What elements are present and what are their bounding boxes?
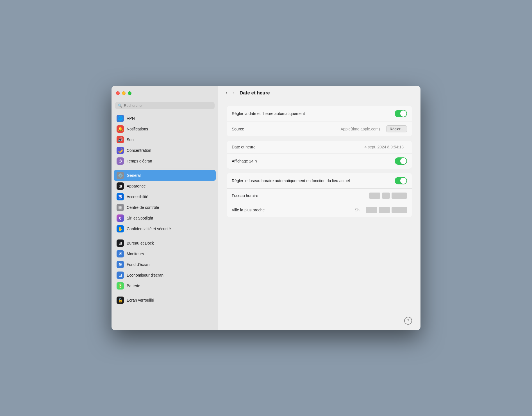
- sidebar-item-vpn[interactable]: 🌐VPN: [114, 113, 216, 124]
- auto-toggle[interactable]: [395, 110, 407, 117]
- sidebar-item-fond-ecran[interactable]: ❋Fond d'écran: [114, 259, 216, 270]
- search-icon: 🔍: [118, 103, 122, 108]
- fuseau-auto-row: Régler le fuseau horaire automatiquement…: [227, 173, 412, 189]
- bureau-icon: ⊞: [117, 239, 124, 247]
- confidentialite-icon: ✋: [117, 225, 124, 232]
- ville-right: Sh: [355, 207, 407, 213]
- sidebar-item-label-centre-controle: Centre de contrôle: [127, 205, 159, 210]
- sidebar-item-label-notifications: Notifications: [127, 127, 148, 131]
- ville-value: Sh: [355, 208, 360, 212]
- fuseau-box-3: [392, 193, 407, 199]
- search-bar[interactable]: 🔍: [115, 102, 215, 109]
- auto-section: Régler la date et l'heure automatiquemen…: [227, 106, 412, 136]
- regler-button[interactable]: Régler...: [386, 125, 407, 132]
- main-content: Régler la date et l'heure automatiquemen…: [218, 100, 420, 330]
- fuseau-box-2: [382, 193, 390, 199]
- ville-placeholder: [366, 207, 407, 213]
- sidebar-item-label-confidentialite: Confidentialité et sécurité: [127, 227, 171, 231]
- sidebar-item-label-temps-ecran: Temps d'écran: [127, 159, 152, 163]
- siri-icon: 🎙: [117, 214, 124, 222]
- vpn-icon: 🌐: [117, 115, 124, 122]
- fuseau-box-1: [369, 193, 380, 199]
- sidebar-item-temps-ecran[interactable]: ⏱Temps d'écran: [114, 156, 216, 166]
- datetime-section: Date et heure 4 sept. 2024 à 9:54:13 Aff…: [227, 141, 412, 169]
- fond-ecran-icon: ❋: [117, 261, 124, 268]
- fuseau-auto-label: Régler le fuseau horaire automatiquement…: [232, 178, 350, 183]
- sidebar-item-confidentialite[interactable]: ✋Confidentialité et sécurité: [114, 223, 216, 234]
- main-titlebar: ‹ › Date et heure: [218, 86, 420, 100]
- sidebar-item-label-accessibilite: Accessibilité: [127, 195, 148, 199]
- auto-toggle-label: Régler la date et l'heure automatiquemen…: [232, 111, 305, 116]
- general-icon: ⚙️: [117, 172, 124, 179]
- sidebar-item-notifications[interactable]: 🔔Notifications: [114, 124, 216, 134]
- page-title: Date et heure: [240, 90, 270, 96]
- fuseau-horaire-row: Fuseau horaire: [227, 189, 412, 203]
- timezone-section: Régler le fuseau horaire automatiquement…: [227, 173, 412, 217]
- source-value: Apple(time.apple.com): [341, 127, 380, 131]
- sidebar-item-accessibilite[interactable]: ♿Accessibilité: [114, 191, 216, 202]
- sidebar-item-label-apparence: Apparence: [127, 184, 146, 188]
- affichage-24h-toggle[interactable]: [395, 157, 407, 165]
- batterie-icon: 🔋: [117, 282, 124, 290]
- ville-box-3: [392, 207, 407, 213]
- sidebar-divider: [117, 236, 212, 236]
- forward-button[interactable]: ›: [231, 89, 236, 96]
- source-row: Source Apple(time.apple.com) Régler...: [227, 121, 412, 136]
- sidebar-item-bureau[interactable]: ⊞Bureau et Dock: [114, 238, 216, 248]
- date-heure-value: 4 sept. 2024 à 9:54:13: [365, 145, 404, 149]
- sidebar-item-concentration[interactable]: 🌙Concentration: [114, 145, 216, 156]
- accessibilite-icon: ♿: [117, 193, 124, 200]
- sidebar-item-economiseur[interactable]: ⊡Économiseur d'écran: [114, 270, 216, 281]
- notifications-icon: 🔔: [117, 125, 124, 133]
- sidebar-item-label-concentration: Concentration: [127, 148, 151, 153]
- centre-controle-icon: ▦: [117, 204, 124, 211]
- sidebar-item-apparence[interactable]: ◑Apparence: [114, 181, 216, 191]
- sidebar-item-ecran-verrouille[interactable]: 🔒Écran verrouillé: [114, 295, 216, 306]
- sidebar-item-centre-controle[interactable]: ▦Centre de contrôle: [114, 202, 216, 213]
- sidebar-item-label-bureau: Bureau et Dock: [127, 241, 154, 245]
- sidebar-item-label-son: Son: [127, 137, 134, 142]
- minimize-button[interactable]: [122, 91, 126, 95]
- apparence-icon: ◑: [117, 182, 124, 190]
- ville-label: Ville la plus proche: [232, 208, 265, 212]
- fuseau-horaire-label: Fuseau horaire: [232, 193, 258, 198]
- help-button[interactable]: ?: [404, 317, 412, 325]
- close-button[interactable]: [116, 91, 120, 95]
- sidebar-divider: [117, 168, 212, 168]
- sidebar: 🔍 🌐VPN🔔Notifications🔊Son🌙Concentration⏱T…: [112, 86, 218, 330]
- ville-box-2: [379, 207, 390, 213]
- temps-ecran-icon: ⏱: [117, 157, 124, 165]
- affichage-24h-label: Affichage 24 h: [232, 159, 257, 163]
- sidebar-item-label-economiseur: Économiseur d'écran: [127, 273, 163, 277]
- fuseau-auto-toggle[interactable]: [395, 177, 407, 184]
- sidebar-item-son[interactable]: 🔊Son: [114, 134, 216, 145]
- date-heure-label: Date et heure: [232, 145, 256, 149]
- back-button[interactable]: ‹: [224, 89, 229, 96]
- ville-row: Ville la plus proche Sh: [227, 203, 412, 217]
- sidebar-list: 🌐VPN🔔Notifications🔊Son🌙Concentration⏱Tem…: [112, 112, 218, 330]
- son-icon: 🔊: [117, 136, 124, 143]
- sidebar-divider: [117, 293, 212, 293]
- source-label: Source: [232, 127, 244, 131]
- source-right: Apple(time.apple.com) Régler...: [341, 125, 407, 132]
- ecran-verrouille-icon: 🔒: [117, 297, 124, 304]
- main-panel: ‹ › Date et heure Régler la date et l'he…: [218, 86, 420, 330]
- ville-box-1: [366, 207, 377, 213]
- sidebar-item-moniteurs[interactable]: ☀Moniteurs: [114, 248, 216, 259]
- sidebar-item-general[interactable]: ⚙️Général: [114, 170, 216, 181]
- concentration-icon: 🌙: [117, 147, 124, 154]
- sidebar-item-label-vpn: VPN: [127, 116, 135, 121]
- sidebar-item-batterie[interactable]: 🔋Batterie: [114, 281, 216, 291]
- date-heure-row: Date et heure 4 sept. 2024 à 9:54:13: [227, 141, 412, 153]
- sidebar-item-label-general: Général: [127, 173, 141, 178]
- sidebar-item-siri[interactable]: 🎙Siri et Spotlight: [114, 213, 216, 223]
- sidebar-item-label-fond-ecran: Fond d'écran: [127, 262, 149, 267]
- sidebar-item-label-moniteurs: Moniteurs: [127, 252, 144, 256]
- affichage-24h-row: Affichage 24 h: [227, 153, 412, 169]
- sidebar-item-label-ecran-verrouille: Écran verrouillé: [127, 298, 154, 302]
- search-input[interactable]: [124, 103, 212, 108]
- moniteurs-icon: ☀: [117, 250, 124, 257]
- maximize-button[interactable]: [128, 91, 131, 95]
- economiseur-icon: ⊡: [117, 272, 124, 279]
- sidebar-item-label-siri: Siri et Spotlight: [127, 216, 153, 220]
